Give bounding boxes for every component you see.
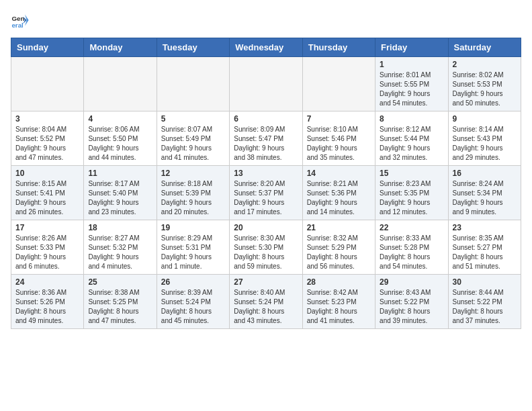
calendar-cell: 26Sunrise: 8:39 AM Sunset: 5:24 PM Dayli… [157, 275, 229, 329]
day-info: Sunrise: 8:29 AM Sunset: 5:31 PM Dayligh… [161, 234, 225, 271]
calendar-header-row: SundayMondayTuesdayWednesdayThursdayFrid… [11, 38, 521, 57]
day-number: 1 [380, 60, 443, 69]
day-number: 14 [307, 169, 371, 178]
calendar-week-row: 10Sunrise: 8:15 AM Sunset: 5:41 PM Dayli… [11, 166, 521, 220]
calendar-week-row: 1Sunrise: 8:01 AM Sunset: 5:55 PM Daylig… [11, 57, 521, 111]
day-info: Sunrise: 8:20 AM Sunset: 5:37 PM Dayligh… [234, 179, 298, 217]
calendar-cell: 13Sunrise: 8:20 AM Sunset: 5:37 PM Dayli… [230, 166, 302, 220]
day-info: Sunrise: 8:30 AM Sunset: 5:30 PM Dayligh… [234, 234, 298, 271]
calendar-cell: 4Sunrise: 8:06 AM Sunset: 5:50 PM Daylig… [84, 111, 157, 166]
day-info: Sunrise: 8:39 AM Sunset: 5:24 PM Dayligh… [161, 288, 225, 326]
calendar-cell: 17Sunrise: 8:26 AM Sunset: 5:33 PM Dayli… [11, 220, 84, 275]
calendar-cell: 9Sunrise: 8:14 AM Sunset: 5:43 PM Daylig… [448, 111, 521, 166]
calendar-cell: 10Sunrise: 8:15 AM Sunset: 5:41 PM Dayli… [11, 166, 84, 220]
calendar-cell: 29Sunrise: 8:43 AM Sunset: 5:22 PM Dayli… [375, 275, 448, 329]
day-number: 3 [15, 114, 79, 124]
calendar-cell: 21Sunrise: 8:32 AM Sunset: 5:29 PM Dayli… [302, 220, 375, 275]
day-number: 17 [15, 223, 79, 232]
day-info: Sunrise: 8:24 AM Sunset: 5:34 PM Dayligh… [453, 179, 517, 217]
calendar-cell: 1Sunrise: 8:01 AM Sunset: 5:55 PM Daylig… [375, 57, 448, 111]
calendar-cell: 2Sunrise: 8:02 AM Sunset: 5:53 PM Daylig… [448, 57, 521, 111]
logo-icon: Gen eral [11, 11, 30, 30]
day-number: 10 [15, 169, 79, 178]
day-number: 21 [307, 223, 371, 232]
calendar-cell: 16Sunrise: 8:24 AM Sunset: 5:34 PM Dayli… [448, 166, 521, 220]
calendar-cell: 5Sunrise: 8:07 AM Sunset: 5:49 PM Daylig… [157, 111, 229, 166]
day-number: 28 [307, 277, 371, 287]
day-info: Sunrise: 8:06 AM Sunset: 5:50 PM Dayligh… [88, 125, 152, 163]
calendar-cell: 3Sunrise: 8:04 AM Sunset: 5:52 PM Daylig… [11, 111, 84, 166]
calendar-cell: 28Sunrise: 8:42 AM Sunset: 5:23 PM Dayli… [302, 275, 375, 329]
weekday-header-saturday: Saturday [448, 38, 521, 57]
calendar-week-row: 17Sunrise: 8:26 AM Sunset: 5:33 PM Dayli… [11, 220, 521, 275]
weekday-header-thursday: Thursday [302, 38, 375, 57]
calendar-cell: 18Sunrise: 8:27 AM Sunset: 5:32 PM Dayli… [84, 220, 157, 275]
calendar-cell: 11Sunrise: 8:17 AM Sunset: 5:40 PM Dayli… [84, 166, 157, 220]
day-info: Sunrise: 8:38 AM Sunset: 5:25 PM Dayligh… [88, 288, 152, 326]
day-info: Sunrise: 8:04 AM Sunset: 5:52 PM Dayligh… [15, 125, 79, 163]
day-info: Sunrise: 8:14 AM Sunset: 5:43 PM Dayligh… [453, 125, 517, 163]
day-number: 15 [380, 169, 443, 178]
page-header: Gen eral [11, 11, 521, 30]
day-info: Sunrise: 8:02 AM Sunset: 5:53 PM Dayligh… [453, 71, 517, 108]
day-info: Sunrise: 8:23 AM Sunset: 5:35 PM Dayligh… [380, 179, 443, 217]
day-number: 5 [161, 114, 225, 124]
weekday-header-tuesday: Tuesday [157, 38, 229, 57]
calendar-cell: 14Sunrise: 8:21 AM Sunset: 5:36 PM Dayli… [302, 166, 375, 220]
calendar-cell: 15Sunrise: 8:23 AM Sunset: 5:35 PM Dayli… [375, 166, 448, 220]
calendar-cell [84, 57, 157, 111]
calendar-cell: 20Sunrise: 8:30 AM Sunset: 5:30 PM Dayli… [230, 220, 302, 275]
day-info: Sunrise: 8:12 AM Sunset: 5:44 PM Dayligh… [380, 125, 443, 163]
day-info: Sunrise: 8:35 AM Sunset: 5:27 PM Dayligh… [453, 234, 517, 271]
day-info: Sunrise: 8:32 AM Sunset: 5:29 PM Dayligh… [307, 234, 371, 271]
day-number: 27 [234, 277, 298, 287]
day-info: Sunrise: 8:43 AM Sunset: 5:22 PM Dayligh… [380, 288, 443, 326]
day-number: 20 [234, 223, 298, 232]
day-info: Sunrise: 8:36 AM Sunset: 5:26 PM Dayligh… [15, 288, 79, 326]
calendar-cell [11, 57, 84, 111]
svg-text:eral: eral [11, 21, 24, 29]
calendar-cell [230, 57, 302, 111]
logo: Gen eral [11, 11, 32, 30]
calendar-cell: 25Sunrise: 8:38 AM Sunset: 5:25 PM Dayli… [84, 275, 157, 329]
day-info: Sunrise: 8:33 AM Sunset: 5:28 PM Dayligh… [380, 234, 443, 271]
day-info: Sunrise: 8:09 AM Sunset: 5:47 PM Dayligh… [234, 125, 298, 163]
day-number: 18 [88, 223, 152, 232]
day-number: 7 [307, 114, 371, 124]
calendar-cell: 6Sunrise: 8:09 AM Sunset: 5:47 PM Daylig… [230, 111, 302, 166]
day-number: 12 [161, 169, 225, 178]
day-number: 4 [88, 114, 152, 124]
calendar-cell: 7Sunrise: 8:10 AM Sunset: 5:46 PM Daylig… [302, 111, 375, 166]
calendar-cell: 30Sunrise: 8:44 AM Sunset: 5:22 PM Dayli… [448, 275, 521, 329]
calendar-cell: 23Sunrise: 8:35 AM Sunset: 5:27 PM Dayli… [448, 220, 521, 275]
day-number: 16 [453, 169, 517, 178]
day-info: Sunrise: 8:27 AM Sunset: 5:32 PM Dayligh… [88, 234, 152, 271]
day-number: 9 [453, 114, 517, 124]
calendar-cell [302, 57, 375, 111]
day-number: 30 [453, 277, 517, 287]
calendar-cell [157, 57, 229, 111]
calendar-cell: 27Sunrise: 8:40 AM Sunset: 5:24 PM Dayli… [230, 275, 302, 329]
day-info: Sunrise: 8:44 AM Sunset: 5:22 PM Dayligh… [453, 288, 517, 326]
calendar-cell: 8Sunrise: 8:12 AM Sunset: 5:44 PM Daylig… [375, 111, 448, 166]
day-number: 6 [234, 114, 298, 124]
calendar-cell: 12Sunrise: 8:18 AM Sunset: 5:39 PM Dayli… [157, 166, 229, 220]
day-info: Sunrise: 8:17 AM Sunset: 5:40 PM Dayligh… [88, 179, 152, 217]
day-info: Sunrise: 8:18 AM Sunset: 5:39 PM Dayligh… [161, 179, 225, 217]
day-number: 11 [88, 169, 152, 178]
day-number: 22 [380, 223, 443, 232]
calendar-week-row: 3Sunrise: 8:04 AM Sunset: 5:52 PM Daylig… [11, 111, 521, 166]
calendar-cell: 19Sunrise: 8:29 AM Sunset: 5:31 PM Dayli… [157, 220, 229, 275]
day-number: 2 [453, 60, 517, 69]
calendar-week-row: 24Sunrise: 8:36 AM Sunset: 5:26 PM Dayli… [11, 275, 521, 329]
day-number: 13 [234, 169, 298, 178]
day-number: 26 [161, 277, 225, 287]
day-info: Sunrise: 8:01 AM Sunset: 5:55 PM Dayligh… [380, 71, 443, 108]
calendar-table: SundayMondayTuesdayWednesdayThursdayFrid… [11, 38, 521, 329]
day-number: 23 [453, 223, 517, 232]
day-number: 8 [380, 114, 443, 124]
calendar-cell: 22Sunrise: 8:33 AM Sunset: 5:28 PM Dayli… [375, 220, 448, 275]
day-info: Sunrise: 8:10 AM Sunset: 5:46 PM Dayligh… [307, 125, 371, 163]
weekday-header-monday: Monday [84, 38, 157, 57]
day-info: Sunrise: 8:07 AM Sunset: 5:49 PM Dayligh… [161, 125, 225, 163]
